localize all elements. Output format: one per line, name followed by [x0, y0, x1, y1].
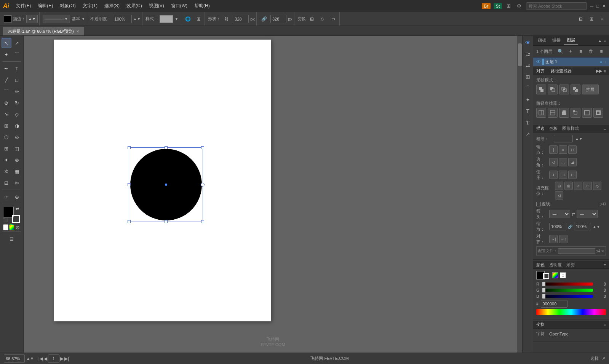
extension-icon[interactable]: ⊞ — [505, 2, 512, 10]
pen-tool[interactable]: ✒ — [2, 64, 11, 73]
fill-color-swatch[interactable] — [4, 15, 11, 23]
opacity-tab[interactable]: 透明度 — [549, 262, 562, 268]
layer-search-icon[interactable]: 🔍 — [556, 47, 565, 56]
miter-join-btn[interactable]: ◁ — [549, 158, 558, 166]
gradient-tool[interactable]: ◫ — [12, 144, 22, 153]
free-transform-tool[interactable]: ⊞ — [2, 121, 11, 131]
minus-back-btn[interactable] — [593, 108, 603, 118]
stroke-dropdown[interactable]: ▲▼ — [26, 15, 38, 23]
colors-tab[interactable]: 颜色 — [536, 262, 545, 268]
menu-view[interactable]: 视图(V) — [146, 1, 167, 11]
none-mode-btn[interactable]: ⊘ — [15, 224, 20, 230]
gear-icon[interactable]: ⚙ — [515, 2, 523, 10]
layer-row-1[interactable]: 👁 图层 1 ● □ — [533, 57, 609, 66]
layout-icon-1[interactable]: ⊟ — [576, 14, 585, 24]
opacity-input[interactable] — [113, 15, 132, 23]
panel-icon-eye[interactable]: 👁 — [523, 38, 532, 47]
menu-object[interactable]: 对象(O) — [57, 1, 78, 11]
live-paint-tool[interactable]: ⬡ — [2, 132, 11, 142]
menu-help[interactable]: 帮助(H) — [191, 1, 213, 11]
outside-stroke-btn[interactable]: ⊢ — [568, 171, 577, 179]
weight-stepper[interactable]: ▲▼ — [575, 137, 583, 141]
bevel-join-btn[interactable]: ⊿ — [568, 158, 577, 166]
color-white-btn[interactable]: □ — [560, 272, 566, 278]
next-page-btn[interactable]: ▶ — [60, 356, 64, 361]
stroke-panel-menu[interactable]: ≡ — [604, 126, 606, 131]
g-slider[interactable] — [542, 289, 593, 292]
round-cap-btn[interactable]: ○ — [559, 145, 567, 154]
color-stroke-swatch[interactable] — [543, 273, 549, 279]
scale-stepper[interactable]: ▲▼ — [593, 225, 600, 229]
arrow-end-select[interactable]: — — [577, 210, 598, 218]
transform-grid-icon[interactable]: ⊞ — [194, 14, 203, 24]
line-style-arrow[interactable]: ▼ — [82, 17, 85, 21]
transform-icon[interactable]: ⊞ — [307, 14, 316, 24]
weight-input[interactable] — [554, 135, 573, 142]
fill-box-btn1[interactable]: ⊟ — [555, 182, 563, 190]
gradient-tab[interactable]: 渐变 — [566, 262, 575, 268]
direct-select-tool[interactable]: ↗ — [12, 38, 22, 48]
width-input[interactable] — [233, 15, 249, 23]
height-input[interactable] — [270, 15, 286, 23]
outline-btn[interactable] — [582, 108, 592, 118]
fill-box-btn4[interactable]: □ — [583, 182, 592, 190]
paintbrush-tool[interactable]: ⌒ — [2, 86, 11, 96]
color-none-btn[interactable] — [552, 272, 558, 278]
stock-btn[interactable]: St — [494, 3, 502, 9]
type-tool[interactable]: T — [12, 64, 22, 73]
canvas-area[interactable]: 飞特网 FEVTE.COM — [24, 36, 522, 353]
panel-icon-layers[interactable]: 🗂 — [523, 49, 532, 59]
layout-icon-2[interactable]: ⊞ — [587, 14, 596, 24]
dash-config-flip[interactable]: ✕ — [601, 249, 604, 253]
scroll-thumb[interactable] — [518, 43, 522, 66]
handle-bl[interactable] — [128, 220, 131, 223]
merge-btn[interactable] — [559, 108, 569, 118]
rotate-tool[interactable]: ↻ — [12, 98, 22, 108]
arrow-start-select[interactable]: — — [549, 210, 570, 218]
handle-ml[interactable] — [128, 183, 131, 186]
swap-colors-icon[interactable]: ⇄ — [16, 207, 19, 211]
crop-btn[interactable] — [571, 108, 580, 118]
shear-tool[interactable]: ◇ — [12, 109, 22, 119]
stroke-square[interactable] — [12, 215, 20, 223]
pathfinder-tab[interactable]: 路径查找器 — [551, 68, 572, 74]
divide-btn[interactable] — [536, 108, 546, 118]
color-gradient-bar[interactable] — [536, 309, 606, 315]
tab-layers[interactable]: 图层 — [564, 36, 578, 45]
panel-icon-star[interactable]: ✦ — [523, 95, 532, 104]
handle-tl[interactable] — [128, 146, 131, 149]
menu-edit[interactable]: 编辑(E) — [35, 1, 56, 11]
panel-icon-swap[interactable]: ⇄ — [523, 61, 532, 70]
blend-tool[interactable]: ⊗ — [12, 155, 22, 165]
layer-target-icon[interactable]: ● — [600, 60, 602, 64]
round-join-btn[interactable]: ◡ — [559, 158, 567, 166]
rect-tool[interactable]: □ — [12, 75, 22, 85]
gradient-mode-btn[interactable] — [9, 224, 14, 230]
align-tab[interactable]: 对齐 — [536, 68, 545, 74]
stock-search-input[interactable] — [526, 2, 587, 10]
slice-tool[interactable]: ✄ — [12, 178, 22, 188]
center-stroke-btn[interactable]: ⊥ — [549, 171, 558, 179]
dash-options-btn[interactable]: ▷⊟ — [600, 202, 606, 206]
unite-btn[interactable] — [536, 85, 546, 94]
layer-expand-icon[interactable]: ≡ — [597, 47, 606, 56]
prev-page-btn[interactable]: ◀ — [44, 356, 47, 361]
perspective-tool[interactable]: ⊘ — [12, 132, 22, 142]
line-tool[interactable]: ╱ — [2, 75, 11, 85]
b-slider[interactable] — [542, 295, 593, 298]
fill-box-btn6[interactable]: ◁ — [555, 191, 563, 200]
inside-stroke-btn[interactable]: ⊣ — [559, 171, 567, 179]
handle-mr[interactable] — [201, 183, 205, 187]
magic-wand-tool[interactable]: ✦ — [2, 49, 11, 59]
panel-icon-grid[interactable]: ⊞ — [523, 72, 532, 81]
column-graph-tool[interactable]: ▦ — [12, 166, 22, 176]
layer-filter-icon[interactable]: ≡ — [576, 47, 585, 56]
trim-btn[interactable] — [548, 108, 558, 118]
panel-icon-text[interactable]: T — [523, 107, 532, 116]
panel-icon-brush[interactable]: ⌒ — [523, 84, 532, 93]
expand-btn[interactable]: 扩展 — [582, 85, 599, 94]
envelope-icon[interactable]: ⊃ — [329, 14, 338, 24]
arrow-swap-icon[interactable]: ⇄ — [572, 212, 575, 217]
butt-cap-btn[interactable]: | — [549, 145, 558, 154]
pencil-tool[interactable]: ✏ — [12, 86, 22, 96]
